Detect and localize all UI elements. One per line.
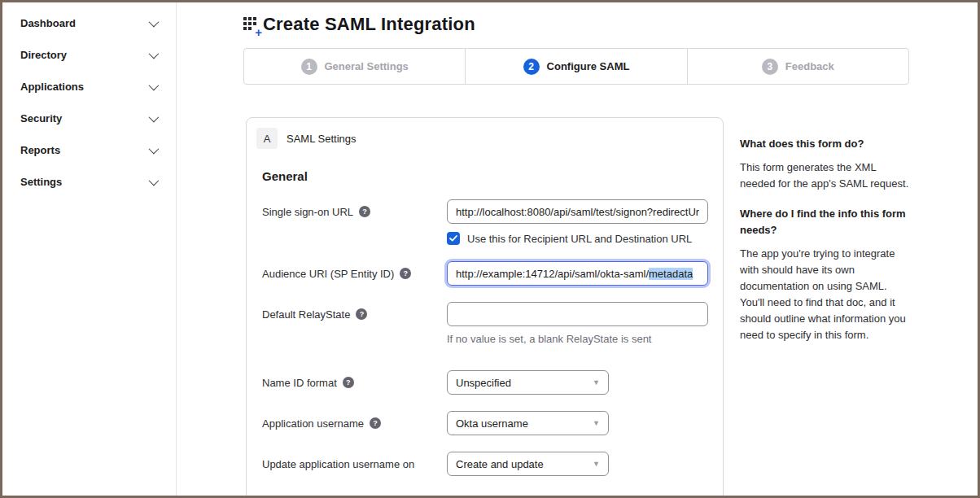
sidebar-item-label: Reports [20,144,60,156]
help-icon[interactable]: ? [359,206,370,217]
audience-uri-input[interactable]: http://example:14712/api/saml/okta-saml/… [447,261,708,286]
sidebar: Dashboard Directory Applications Securit… [2,2,177,496]
checkbox-label: Use this for Recipient URL and Destinati… [467,233,692,245]
step-number: 3 [762,59,778,75]
audience-uri-label: Audience URI (SP Entity ID) [262,268,394,280]
chevron-down-icon [149,112,160,123]
page-title: Create SAML Integration [263,14,475,35]
app-username-label: Application username [262,417,364,430]
form-row-app-username: Application username ? Okta username ▼ [262,411,713,435]
sidebar-item-label: Security [20,112,62,124]
form-row-relaystate: Default RelayState ? If no value is set,… [262,302,713,345]
page-header: + Create SAML Integration [243,12,978,37]
step-label: General Settings [325,60,409,72]
form-row-update-username: Update application username on Create an… [262,452,713,476]
caret-down-icon: ▼ [593,378,600,387]
update-username-label: Update application username on [262,458,414,470]
sidebar-item-security[interactable]: Security [2,103,176,134]
sidebar-item-label: Directory [20,49,67,61]
sso-url-label: Single sign-on URL [262,206,353,218]
step-label: Feedback [785,60,834,72]
chevron-down-icon [149,176,160,186]
help-question-1: What does this form do? [740,136,912,152]
step-number: 2 [523,59,540,75]
help-icon[interactable]: ? [343,377,354,388]
grid-plus-icon: + [243,17,260,33]
select-value: Create and update [456,458,544,470]
sidebar-item-reports[interactable]: Reports [2,134,176,166]
sidebar-item-directory[interactable]: Directory [2,39,176,71]
help-icon[interactable]: ? [370,417,381,429]
update-username-select[interactable]: Create and update ▼ [447,452,609,476]
chevron-down-icon [149,81,160,91]
step-general-settings[interactable]: 1 General Settings [244,49,465,84]
checkbox-checked-icon[interactable] [447,232,460,245]
step-label: Configure SAML [547,60,630,72]
caret-down-icon: ▼ [593,460,600,468]
sidebar-item-settings[interactable]: Settings [2,166,176,198]
relaystate-label: Default RelayState [262,308,350,321]
help-icon[interactable]: ? [356,308,367,320]
sidebar-item-label: Applications [20,81,84,93]
section-title: SAML Settings [287,133,357,145]
main-content: + Create SAML Integration 1 General Sett… [177,2,978,496]
help-panel: What does this form do? This form genera… [740,117,912,357]
recipient-url-checkbox-row[interactable]: Use this for Recipient URL and Destinati… [447,232,713,245]
sidebar-item-label: Dashboard [20,17,76,29]
help-answer-2: The app you're trying to integrate with … [740,246,912,343]
app-username-select[interactable]: Okta username ▼ [447,411,609,435]
caret-down-icon: ▼ [593,419,600,427]
help-question-2: Where do I find the info this form needs… [740,206,912,238]
audience-uri-value: http://example:14712/api/saml/okta-saml/ [456,268,649,280]
audience-uri-selected-text: metadata [649,268,693,280]
sidebar-item-applications[interactable]: Applications [2,71,176,103]
chevron-down-icon [149,17,160,28]
chevron-down-icon [149,49,160,59]
nameid-format-select[interactable]: Unspecified ▼ [447,370,609,395]
sso-url-input[interactable] [447,199,708,224]
select-value: Okta username [456,417,528,430]
saml-settings-card: A SAML Settings General Single sign-on U… [246,117,724,496]
step-number: 1 [301,59,317,75]
step-feedback[interactable]: 3 Feedback [687,49,908,84]
section-badge: A [256,128,278,149]
relaystate-helper-text: If no value is set, a blank RelayState i… [447,333,713,345]
form-row-audience-uri: Audience URI (SP Entity ID) ? http://exa… [262,261,713,286]
select-value: Unspecified [456,377,511,389]
nameid-format-label: Name ID format [262,377,337,389]
relaystate-input[interactable] [447,302,708,326]
sidebar-item-dashboard[interactable]: Dashboard [2,7,176,39]
help-answer-1: This form generates the XML needed for t… [740,159,912,192]
card-header: A SAML Settings [256,128,713,149]
form-row-nameid: Name ID format ? Unspecified ▼ [262,370,713,395]
chevron-down-icon [149,144,160,155]
help-icon[interactable]: ? [400,268,411,279]
wizard-stepper: 1 General Settings 2 Configure SAML 3 Fe… [243,48,909,85]
form-row-sso: Single sign-on URL ? Use this for Recipi… [262,199,713,245]
group-title-general: General [262,169,713,183]
step-configure-saml[interactable]: 2 Configure SAML [465,49,686,84]
sidebar-item-label: Settings [20,176,62,188]
